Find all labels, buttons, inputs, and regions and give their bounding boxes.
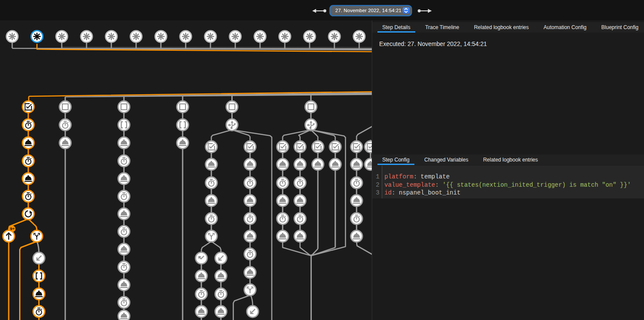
- svg-text:9+: 9+: [10, 226, 15, 231]
